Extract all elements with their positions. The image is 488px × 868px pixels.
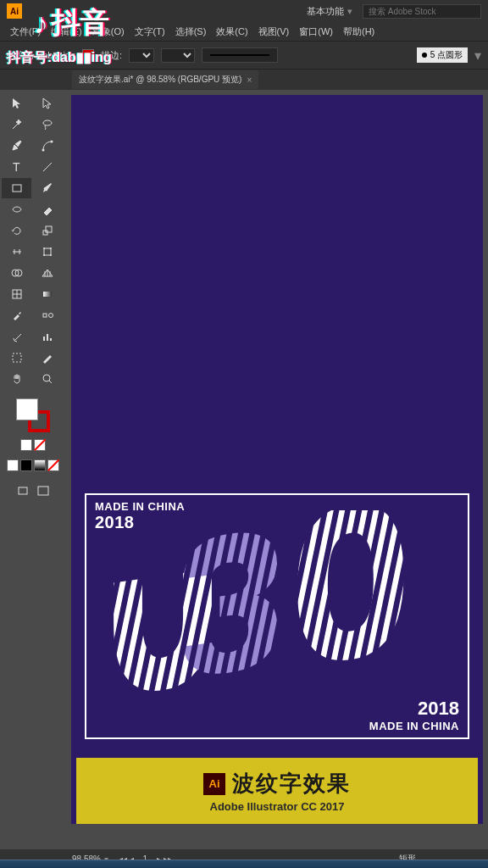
stroke-color-swatch[interactable] [82,49,94,61]
fill-stroke-controls [2,390,64,504]
shaper-tool[interactable] [2,199,31,220]
menu-bar: 文件(F) 编辑(E) 对象(O) 文字(T) 选择(S) 效果(C) 视图(V… [0,22,488,41]
menu-select[interactable]: 选择(S) [172,24,210,40]
svg-rect-20 [47,334,48,341]
svg-line-24 [49,381,52,383]
workspace: T [0,90,488,849]
eraser-tool[interactable] [32,199,62,220]
workspace-switcher[interactable]: 基本功能 [307,5,344,18]
document-tab-bar: 波纹字效果.ai* @ 98.58% (RGB/GPU 预览) × [0,70,488,90]
free-transform-tool[interactable] [32,242,62,262]
stroke-label: 描边: [101,49,122,62]
menu-edit[interactable]: 编辑(E) [47,24,86,40]
svg-point-11 [43,254,45,256]
svg-point-9 [43,248,45,249]
rectangle-tool[interactable] [2,178,31,198]
menu-help[interactable]: 帮助(H) [340,24,378,40]
banner-ai-icon: Ai [203,773,225,795]
swatch-black[interactable] [20,459,32,471]
canvas-area[interactable]: MADE IN CHINA 2018 [66,90,488,849]
eyedropper-tool[interactable] [2,305,31,326]
screen-mode-full[interactable] [34,483,53,498]
banner-subtitle: Adobe Illustrator CC 2017 [210,800,345,813]
svg-point-18 [48,314,53,318]
menu-view[interactable]: 视图(V) [255,24,293,40]
brush-dot-icon [422,53,427,58]
fill-swatch[interactable] [16,398,38,420]
workspace-dropdown-icon[interactable]: ▾ [347,6,352,17]
svg-text:T: T [13,160,20,174]
mesh-tool[interactable] [2,284,31,304]
line-tool[interactable] [32,157,62,177]
document-tab[interactable]: 波纹字效果.ai* @ 98.58% (RGB/GPU 预览) × [72,70,258,89]
menu-type[interactable]: 文字(T) [131,24,169,40]
banner-title: 波纹字效果 [232,769,351,798]
color-mode-btn[interactable] [20,439,32,451]
svg-point-23 [43,375,50,381]
svg-rect-19 [43,337,45,341]
type-tool[interactable]: T [2,157,31,177]
width-tool[interactable] [2,242,31,262]
scale-tool[interactable] [32,220,62,241]
slice-tool[interactable] [32,348,62,368]
swatch-white[interactable] [7,459,19,471]
brush-preview[interactable] [202,47,278,63]
tools-panel: T [0,90,66,849]
menu-effect[interactable]: 效果(C) [213,24,251,40]
close-icon[interactable]: × [247,75,252,85]
svg-line-4 [43,163,52,171]
tutorial-banner: Ai 波纹字效果 Adobe Illustrator CC 2017 [76,758,478,824]
direct-selection-tool[interactable] [32,93,62,114]
curvature-tool[interactable] [32,136,62,156]
control-bar: 抖音号:dab▮▮ing 描边: 5 点圆形 ▾ [0,41,488,70]
svg-rect-8 [44,248,51,255]
app-icon-ai: Ai [7,3,22,19]
screen-mode-normal[interactable] [14,483,32,498]
svg-rect-17 [43,314,47,317]
account-overlay-label: 抖音号:dab▮▮ing [7,49,75,62]
stroke-profile-select[interactable] [161,48,195,63]
windows-taskbar[interactable] [0,860,488,868]
shape-builder-tool[interactable] [2,263,31,283]
svg-point-10 [50,248,52,249]
pen-tool[interactable] [2,136,31,156]
svg-point-1 [42,149,44,152]
none-mode-btn[interactable] [34,439,46,451]
column-graph-tool[interactable] [32,326,62,347]
blend-tool[interactable] [32,305,62,326]
magic-wand-tool[interactable] [2,114,31,135]
swatch-none[interactable] [47,459,59,471]
menu-object[interactable]: 对象(O) [89,24,128,40]
svg-point-0 [43,120,52,125]
brush-type-display[interactable]: 5 点圆形 [417,47,468,63]
rotate-tool[interactable] [2,220,31,241]
menu-file[interactable]: 文件(F) [7,24,44,40]
selection-tool[interactable] [2,93,31,114]
menu-window[interactable]: 窗口(W) [296,24,336,40]
artboard[interactable]: MADE IN CHINA 2018 [71,95,483,824]
svg-rect-5 [13,185,21,192]
hand-tool[interactable] [2,369,31,389]
svg-rect-7 [46,226,52,232]
svg-rect-25 [19,487,27,494]
artboard-tool[interactable] [2,348,31,368]
svg-point-12 [50,254,52,256]
zoom-tool[interactable] [32,369,62,389]
svg-rect-21 [50,338,52,341]
svg-rect-16 [43,292,52,297]
swatch-gradient[interactable] [34,459,46,471]
brush-dropdown-icon[interactable]: ▾ [474,47,481,64]
svg-rect-26 [38,487,48,495]
perspective-grid-tool[interactable] [32,263,62,283]
gradient-tool[interactable] [32,284,62,304]
document-tab-title: 波纹字效果.ai* @ 98.58% (RGB/GPU 预览) [79,74,241,86]
paintbrush-tool[interactable] [32,178,62,198]
stroke-weight-select[interactable] [129,48,154,63]
symbol-sprayer-tool[interactable] [2,326,31,347]
svg-rect-22 [13,353,21,362]
svg-point-2 [50,141,53,143]
poster-bottom-right-text: 2018 MADE IN CHINA [369,698,459,732]
lasso-tool[interactable] [32,114,62,135]
stock-search-input[interactable] [363,4,481,19]
application-bar: Ai 基本功能 ▾ [0,0,488,22]
